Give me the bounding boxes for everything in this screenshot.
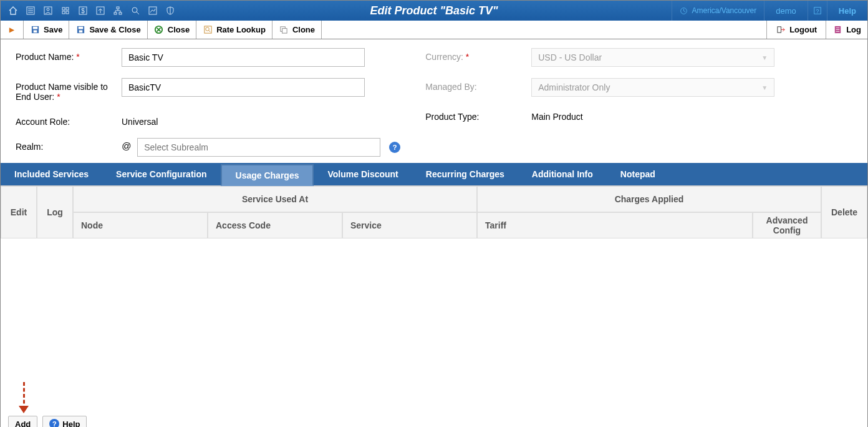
help-button[interactable]: ? Help (42, 416, 87, 427)
col-edit: Edit (1, 186, 37, 238)
network-icon[interactable] (109, 3, 127, 18)
close-icon (154, 25, 164, 35)
form-area: Product Name: * Product Name visible to … (1, 39, 867, 163)
col-group-service-used-at: Service Used At (73, 186, 477, 212)
svg-rect-35 (282, 29, 287, 34)
list-icon[interactable] (22, 3, 39, 18)
account-role-label: Account Role: (16, 113, 115, 127)
help-link[interactable]: Help (827, 1, 867, 21)
account-role-value: Universal (122, 113, 158, 127)
tab-additional-info[interactable]: Additional Info (518, 163, 607, 185)
svg-rect-9 (66, 11, 69, 14)
svg-point-16 (132, 7, 137, 12)
svg-rect-13 (117, 7, 119, 9)
svg-line-17 (137, 12, 139, 14)
close-button[interactable]: Close (148, 21, 196, 39)
help-question-icon[interactable]: ? (808, 1, 827, 21)
lookup-icon (203, 25, 213, 35)
grid: Edit Log Service Used At Charges Applied… (1, 185, 867, 382)
logout-button[interactable]: Logout (766, 21, 826, 39)
logout-icon (776, 25, 786, 35)
product-name-input[interactable] (122, 48, 365, 67)
disk-icon (75, 25, 85, 35)
person-icon[interactable] (39, 3, 57, 18)
svg-point-5 (47, 8, 49, 11)
save-close-button[interactable]: Save & Close (69, 21, 147, 39)
chart-icon[interactable] (144, 3, 162, 18)
tab-recurring-charges[interactable]: Recurring Charges (412, 163, 518, 185)
product-type-label: Product Type: (425, 108, 525, 122)
export-icon[interactable] (92, 3, 109, 18)
currency-select: USD - US Dollar ▼ (531, 48, 774, 67)
chevron-down-icon: ▼ (761, 54, 768, 61)
col-group-charges-applied: Charges Applied (477, 186, 821, 212)
col-service: Service (342, 212, 477, 238)
annotation-arrow (1, 382, 867, 413)
enduser-name-label: Product Name visible to End User: * (16, 78, 115, 102)
svg-rect-23 (32, 27, 37, 29)
header-bar: $ Edit Product "Basic TV" America/Vancou… (1, 1, 867, 21)
col-node: Node (73, 212, 208, 238)
disk-icon (30, 25, 40, 35)
tab-usage-charges[interactable]: Usage Charges (221, 164, 314, 186)
rate-lookup-button[interactable]: Rate Lookup (196, 21, 272, 39)
svg-rect-26 (79, 27, 84, 29)
tabs: Included Services Service Configuration … (1, 163, 867, 185)
svg-line-33 (208, 30, 210, 32)
svg-rect-8 (62, 11, 65, 14)
tab-included-services[interactable]: Included Services (1, 163, 102, 185)
col-delete: Delete (821, 186, 867, 238)
clone-button[interactable]: Clone (272, 21, 322, 39)
svg-text:$: $ (81, 7, 85, 14)
grid-icon[interactable] (57, 3, 74, 18)
tab-volume-discount[interactable]: Volume Discount (314, 163, 412, 185)
play-button[interactable]: ▶ (1, 21, 24, 39)
svg-rect-15 (119, 12, 122, 14)
col-advanced-config: Advanced Config (753, 212, 821, 238)
tab-service-config[interactable]: Service Configuration (102, 163, 220, 185)
col-access-code: Access Code (208, 212, 342, 238)
timezone-display[interactable]: America/Vancouver (672, 1, 764, 21)
shield-icon[interactable] (162, 3, 179, 18)
svg-rect-6 (62, 7, 65, 10)
demo-link[interactable]: demo (764, 1, 808, 21)
search-icon[interactable] (127, 3, 144, 18)
managed-by-label: Managed By: (425, 78, 525, 92)
currency-label: Currency: * (425, 48, 525, 62)
realm-help-icon[interactable]: ? (389, 142, 400, 153)
chevron-down-icon: ▼ (761, 84, 768, 91)
at-symbol: @ (122, 138, 131, 151)
footer: Add ? Help (1, 413, 867, 427)
product-name-label: Product Name: * (16, 48, 115, 62)
home-icon[interactable] (4, 3, 22, 18)
add-button[interactable]: Add (8, 416, 37, 427)
tab-notepad[interactable]: Notepad (607, 163, 669, 185)
col-tariff: Tariff (477, 212, 753, 238)
grid-body (1, 238, 867, 382)
product-type-value: Main Product (531, 108, 582, 122)
clone-icon (279, 25, 289, 35)
svg-rect-36 (778, 27, 781, 32)
save-button[interactable]: Save (24, 21, 69, 39)
log-button[interactable]: Log (826, 21, 867, 39)
realm-input[interactable] (137, 138, 380, 157)
clock-icon (680, 7, 688, 15)
svg-rect-24 (33, 30, 37, 32)
col-log: Log (37, 186, 73, 238)
svg-rect-27 (79, 30, 83, 32)
managed-by-select: Administrator Only ▼ (531, 78, 774, 97)
svg-rect-14 (114, 12, 117, 14)
enduser-name-input[interactable] (122, 78, 365, 97)
help-icon: ? (49, 419, 59, 427)
log-icon (832, 25, 842, 35)
toolbar: ▶ Save Save & Close Close Rate Lookup Cl… (1, 21, 867, 39)
svg-rect-7 (66, 7, 69, 10)
realm-label: Realm: (16, 138, 115, 152)
dollar-icon[interactable]: $ (74, 3, 92, 18)
svg-text:?: ? (816, 8, 819, 14)
